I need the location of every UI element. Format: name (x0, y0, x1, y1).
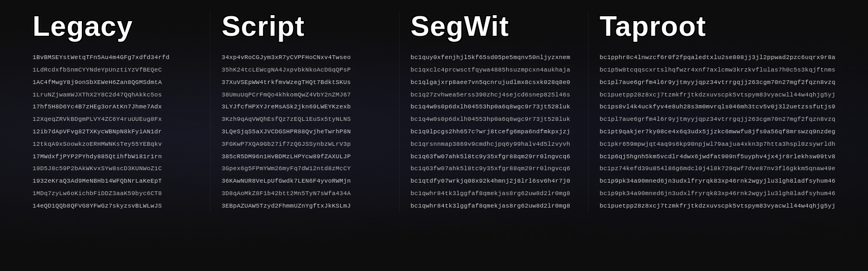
address-item: 36KAwNUR8VeLpUfGwdk7LEN6F4yvoRWMjn (221, 175, 388, 188)
address-item: bc1q4w0s0p6dxlh04553hp0a6q8wgc9r73jt528l… (411, 101, 577, 113)
address-item: bc1p5w8tcqqscxrtslhqfwzr4xnf7axlcmw3krzk… (599, 64, 835, 76)
address-item: 12tkqA9xSoowkzoERHMWNKsTey55YEBqkv (33, 138, 199, 151)
address-item: 17hf5H8D6Yc4B7zHEg3orAtKn7Jhme7Adx (33, 101, 199, 113)
segwit-address-list: bc1quy0xfenjhjl5kf65sd05pe5mqnv50nljyzxn… (411, 51, 577, 212)
address-item: bc1q4w0s0p6dxlh04553hp0a6q8wgc9r73jt528l… (411, 113, 577, 126)
address-item: 17MWdxfjPYP2PYhdy885QtihfbW181r1rn (33, 151, 199, 163)
address-item: 34xp4vRoCGJym3xR7yCVPFHoCNxv4Twseo (221, 51, 388, 64)
address-item: 1932eKraQ3Ad9MeNBHb14WFQbNrLaKeEpT (33, 175, 199, 188)
address-item: bc1q63fw07ahk5l8tc9y35xfgr88qm29rr0lngvc… (411, 151, 577, 163)
address-item: 3LQeSjqS5aXJVCDGSHPR88QvjheTwrhP8N (221, 126, 388, 138)
address-item: bc1qrsnnmap3869v9cmdhcjpq6y99halv4d5lzvy… (411, 138, 577, 151)
address-item: 3LYJfcfHPXYJreMsASk2jkn69LWEYKzexb (221, 101, 388, 113)
column-taproot: Taprootbc1pphr8c4lnwzcf6r0f2fpqaledtxlu2… (589, 11, 846, 212)
taproot-header: Taproot (599, 11, 835, 42)
address-item: bc1qxclc4prcwsctfqywa4885hsuzmpcxn4aukha… (411, 64, 577, 76)
address-item: 19D5J8c59P2bAkWKvxSYw8scD3KUNWoZ1C (33, 163, 199, 175)
address-item: 3Gpex6g5FPmYWm26myFq7dW12ntd8zMcCY (221, 163, 388, 175)
legacy-address-list: 1BvBMSEYstWetqTFn5Au4m4GFg7xdfd34rfd1LdR… (33, 51, 199, 212)
address-item: bc1q27zvhwea5erss390zhcj4sejcd6snep825l4… (411, 89, 577, 101)
address-item: bc1p6qj5hgnh5km5vcdlr4dwx6jwdfat909nf5uy… (599, 151, 835, 163)
address-item: bc1pz74kefd39u854l86g6mdcl0j4l8k729qwf7d… (599, 163, 835, 175)
address-item: 1BvBMSEYstWetqTFn5Au4m4GFg7xdfd34rfd (33, 51, 199, 64)
segwit-header: SegWit (411, 11, 577, 42)
address-item: bc1p9pk34a90mned6jn3udxlfryrqk83xp46rnk2… (599, 188, 835, 200)
address-item: 38UmuUqPCrFmQo4khkomQwZ4VbY2nZMJ67 (221, 89, 388, 101)
address-item: bc1pkr659mpwjqt4aq9s6kp90npjwl79aajua4xk… (599, 138, 835, 151)
address-item: 3EBpAZUAW5Tzyd2FhmmUZnYgftxJkKSLmJ (221, 200, 388, 212)
address-item: bc1qwhr84tk3lggfaf8qmekjas8rg62uw8d2lr0m… (411, 188, 577, 200)
address-item: bc1quy0xfenjhjl5kf65sd05pe5mqnv50nljyzxn… (411, 51, 577, 64)
taproot-address-list: bc1pphr8c4lnwzcf6r0f2fpqaledtxlu2se808jj… (599, 51, 835, 212)
script-address-list: 34xp4vRoCGJym3xR7yCVPFHoCNxv4Twseo35hK24… (221, 51, 388, 212)
address-item: bc1pt9qakjer7ky08ce4x6q3udx5jjzkc6mwwfu8… (599, 126, 835, 138)
address-item: 3FGKwP7XQA9Gb27if7zQGJSSynbzWLrV3p (221, 138, 388, 151)
address-item: 1AC4fMwgY8j9onSbXEWeH6Zan8QGMSdmtA (33, 76, 199, 89)
column-legacy: Legacy1BvBMSEYstWetqTFn5Au4m4GFg7xdfd34r… (22, 11, 210, 212)
address-item: 3D8qAoMkZ8F1b42btt2Mn5TyN7sWfa434A (221, 188, 388, 200)
address-item: 12ib7dApVFvg82TXKycWBNpN8kFyiAN1dr (33, 126, 199, 138)
legacy-header: Legacy (33, 11, 199, 42)
address-item: 37XuVSEpWW4trkfmvWzegTHQt7BdktSKUs (221, 76, 388, 89)
address-item: 385cR5DM96n1HvBDMzLHPYcw89fZAXULJP (221, 151, 388, 163)
address-item: bc1pl7aue6grfm4l6r9yjtmyyjqpz34vtrrgqjj2… (599, 76, 835, 89)
column-segwit: SegWitbc1quy0xfenjhjl5kf65sd05pe5mqnv50n… (400, 11, 589, 212)
address-item: 1LruNZjwamWJXThX2Y8C2d47QqhAkkc5os (33, 89, 199, 101)
column-script: Script34xp4vRoCGJym3xR7yCVPFHoCNxv4Twseo… (210, 11, 399, 212)
script-header: Script (221, 11, 388, 42)
address-item: bc1pl7aue6grfm4l6r9yjtmyyjqpz34vtrrgqjj2… (599, 113, 835, 126)
main-container: Legacy1BvBMSEYstWetqTFn5Au4m4GFg7xdfd34r… (0, 0, 868, 223)
address-item: bc1p9pk34a90mned6jn3udxlfryrqk83xp46rnk2… (599, 175, 835, 188)
address-item: bc1pphr8c4lnwzcf6r0f2fpqaledtxlu2se808jj… (599, 51, 835, 64)
address-item: bc1ps8vl4k4uckfyv4e8uh28s3m0mvrqls046mh3… (599, 101, 835, 113)
address-item: 12XqeqZRVkBDgmPLVY4ZC6Y4ruUUEug8Fx (33, 113, 199, 126)
address-item: 3Kzh9qAqVWQhEsfQz7zEQL1EuSx5tyNLNS (221, 113, 388, 126)
address-item: bc1puetpp28z8xcj7tzmkfrjtkdzxuvscpk5vtsp… (599, 200, 835, 212)
address-item: 1LdRcdxfbSnmCYYNdeYpUnztiYzVfBEQeC (33, 64, 199, 76)
address-item: bc1q9lpcgs2hh657c?wrj8tcefg6mpa6ndfmkpxj… (411, 126, 577, 138)
address-item: bc1qwhr84tk3lggfaf8qmekjas8rg62uw8d2lr0m… (411, 200, 577, 212)
address-item: 1MDq7zyLw6oKichbFiDDZ3aaK59byc6CT8 (33, 188, 199, 200)
address-item: bc1qtdfy07wrkjq08x92k4hmnj2j8lrl6sv6h4r7… (411, 175, 577, 188)
address-item: 35hK24tcLEWcgNA4JxpvbkNkoAcDGqQPsP (221, 64, 388, 76)
address-item: bc1q63fw07ahk5l8tc9y35xfgr88qm29rr0lngvc… (411, 163, 577, 175)
address-item: bc1qlgajxrp8aee7vn5qcnrujudlmx8csxk028q8… (411, 76, 577, 89)
address-item: 14eQD1QQb8QFVG8YFwGz7skyzsvBLWLwJS (33, 200, 199, 212)
address-item: bc1puetpp28z8xcj7tzmkfrjtkdzxuvscpk5vtsp… (599, 89, 835, 101)
